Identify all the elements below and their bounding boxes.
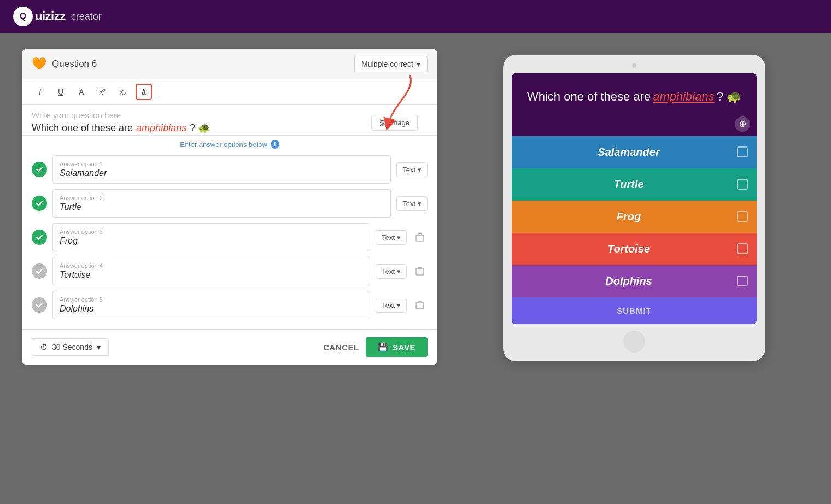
answer-hint-text: Enter answer options below [180,140,267,149]
special-char-btn[interactable]: á [136,84,152,100]
preview-question-link: amphibians [653,89,715,106]
answer-option-5: Answer option 5 Dolphins Text ▾ [32,291,428,319]
subscript-btn[interactable]: x₂ [115,84,131,100]
answer-option-4: Answer option 4 Tortoise Text ▾ [32,257,428,285]
editor-footer: ⏱ 30 Seconds ▾ CANCEL 💾 SAVE [22,329,437,365]
tablet-camera [632,63,636,68]
answer-options: Answer option 1 Salamander Text ▾ Answer… [22,151,437,329]
preview-option-3[interactable]: Frog [512,201,757,233]
delete-btn-4[interactable] [412,263,428,279]
answer-option-text-1: Salamander [60,168,384,178]
text-label-4: Text [382,267,395,276]
chevron-down-icon-1: ▾ [418,166,422,174]
preview-checkbox-3[interactable] [737,211,748,222]
answer-option-2: Answer option 2 Turtle Text ▾ [32,189,428,218]
text-label-5: Text [382,301,395,309]
answer-option-label-5: Answer option 5 [60,296,363,303]
preview-option-text-1: Salamander [520,146,737,159]
preview-submit[interactable]: SUBMIT [512,297,757,324]
preview-option-1[interactable]: Salamander [512,136,757,168]
preview-option-2[interactable]: Turtle [512,168,757,201]
tablet-frame: Which one of these are amphibians ? 🐢 ⊕ … [503,55,765,361]
info-icon: i [271,140,279,149]
main-content: 🧡 Question 6 Multiple correct ▾ I U A x²… [0,33,831,504]
check-circle-5[interactable] [32,297,47,313]
chevron-down-icon-3: ▾ [397,233,401,242]
svg-rect-2 [416,303,424,309]
question-link: amphibians [136,122,186,134]
check-circle-4[interactable] [32,263,47,279]
preview-checkbox-1[interactable] [737,146,748,157]
check-circle-3[interactable] [32,230,47,245]
preview-question-prefix: Which one of these are [527,89,651,106]
save-icon: 💾 [378,342,389,352]
font-btn[interactable]: A [73,84,90,100]
answer-option-label-2: Answer option 2 [60,195,384,201]
cancel-button[interactable]: CANCEL [323,343,359,352]
preview-checkbox-2[interactable] [737,179,748,190]
answer-input-5[interactable]: Answer option 5 Dolphins [52,291,370,319]
answer-input-2[interactable]: Answer option 2 Turtle [52,189,391,218]
image-btn-label: Image [390,119,409,127]
preview-area: Which one of these are amphibians ? 🐢 ⊕ … [459,49,809,361]
preview-checkbox-4[interactable] [737,243,748,254]
type-select[interactable]: Multiple correct ▾ [354,56,428,72]
logo-text: uizizz [35,9,66,24]
check-circle-1[interactable] [32,162,47,177]
answer-option-text-5: Dolphins [60,304,363,314]
preview-option-text-5: Dolphins [520,275,737,288]
answer-option-label-1: Answer option 1 [60,161,384,167]
answer-type-select-2[interactable]: Text ▾ [396,196,428,211]
text-label-3: Text [382,233,395,242]
preview-question: Which one of these are amphibians ? 🐢 [512,73,757,116]
tablet-screen: Which one of these are amphibians ? 🐢 ⊕ … [512,73,757,324]
preview-option-5[interactable]: Dolphins [512,265,757,297]
save-button[interactable]: 💾 SAVE [366,337,428,357]
answer-type-select-5[interactable]: Text ▾ [376,298,407,313]
svg-rect-1 [416,269,424,275]
footer-actions: CANCEL 💾 SAVE [323,337,428,357]
answer-type-select-4[interactable]: Text ▾ [376,264,407,279]
answer-input-4[interactable]: Answer option 4 Tortoise [52,257,370,285]
toolbar: I U A x² x₂ á [22,79,437,105]
chevron-down-icon-2: ▾ [418,200,422,208]
question-text[interactable]: Which one of these are amphibians ? 🐢 [32,122,210,134]
chevron-down-icon-4: ▾ [397,267,401,276]
editor-header: 🧡 Question 6 Multiple correct ▾ [22,49,437,79]
answer-option-1: Answer option 1 Salamander Text ▾ [32,155,428,184]
preview-option-text-4: Tortoise [520,243,737,255]
chevron-down-icon-time: ▾ [97,343,101,351]
svg-rect-0 [416,235,424,241]
answer-option-text-4: Tortoise [60,270,363,280]
toolbar-divider [159,86,159,97]
preview-option-text-3: Frog [520,210,737,223]
preview-options: Salamander Turtle Frog Tortoise [512,136,757,297]
zoom-icon[interactable]: ⊕ [735,116,750,132]
time-select[interactable]: ⏱ 30 Seconds ▾ [32,338,109,356]
logo-q: Q [13,7,33,26]
type-select-label: Multiple correct [361,60,413,68]
delete-btn-5[interactable] [412,297,428,313]
text-label-2: Text [402,200,415,208]
preview-checkbox-5[interactable] [737,276,748,286]
question-prefix: Which one of these are [32,122,133,134]
question-number-area: 🧡 Question 6 [32,57,97,71]
check-circle-2[interactable] [32,196,47,211]
preview-option-text-2: Turtle [520,178,737,191]
answer-option-label-3: Answer option 3 [60,228,363,235]
superscript-btn[interactable]: x² [94,84,110,100]
answer-option-3: Answer option 3 Frog Text ▾ [32,223,428,251]
answer-input-3[interactable]: Answer option 3 Frog [52,223,370,251]
answer-type-select-3[interactable]: Text ▾ [376,230,407,245]
italic-btn[interactable]: I [32,84,48,100]
preview-question-text: Which one of these are amphibians ? 🐢 [523,89,746,106]
underline-btn[interactable]: U [52,84,69,100]
image-btn[interactable]: 🖼 Image [371,115,418,131]
tablet-home-btn [623,331,645,353]
answer-input-1[interactable]: Answer option 1 Salamander [52,155,391,184]
image-icon: 🖼 [379,119,387,127]
answer-type-select-1[interactable]: Text ▾ [396,162,428,177]
preview-option-4[interactable]: Tortoise [512,233,757,265]
delete-btn-3[interactable] [412,230,428,245]
question-label: Question 6 [52,58,97,69]
